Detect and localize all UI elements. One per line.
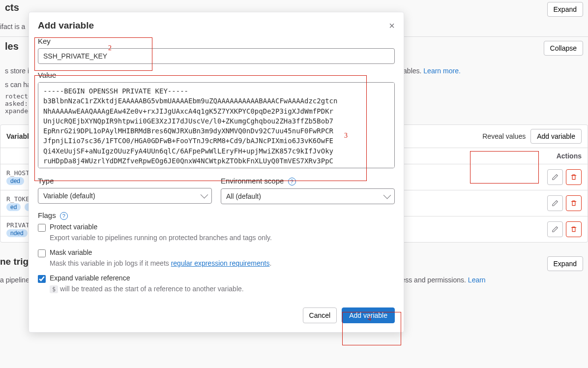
add-variable-modal: Add variable × Key Value Type Variable (… (29, 12, 404, 333)
mask-regex-link[interactable]: regular expression requirements (171, 259, 270, 267)
env-scope-label: Environment scope ? (221, 177, 395, 185)
key-input[interactable] (38, 48, 395, 64)
type-select[interactable]: Variable (default) (38, 188, 212, 204)
mask-checkbox[interactable] (38, 249, 46, 257)
protect-label: Protect variable (50, 223, 97, 231)
expand-desc-text: will be treated as the start of a refere… (58, 285, 243, 293)
env-scope-label-text: Environment scope (221, 177, 284, 185)
cancel-button[interactable]: Cancel (303, 307, 337, 323)
help-icon[interactable]: ? (60, 212, 68, 220)
value-label: Value (38, 71, 395, 79)
close-icon: × (389, 20, 395, 31)
type-label: Type (38, 177, 212, 185)
submit-add-variable-button[interactable]: Add variable (342, 307, 395, 323)
key-label: Key (38, 37, 395, 45)
dollar-code: $ (50, 285, 58, 293)
modal-title: Add variable (38, 20, 94, 31)
env-scope-select[interactable]: All (default) (221, 188, 395, 204)
flags-label-text: Flags (38, 211, 56, 219)
expand-label: Expand variable reference (50, 274, 130, 282)
expand-checkbox[interactable] (38, 275, 46, 283)
value-textarea[interactable] (38, 82, 395, 168)
help-icon[interactable]: ? (288, 178, 296, 185)
mask-desc: Mask this variable in job logs if it mee… (50, 259, 395, 267)
protect-desc: Export variable to pipelines running on … (50, 234, 395, 242)
protect-checkbox[interactable] (38, 224, 46, 232)
mask-desc-prefix: Mask this variable in job logs if it mee… (50, 259, 171, 267)
expand-desc: $ will be treated as the start of a refe… (50, 285, 395, 293)
close-button[interactable]: × (389, 21, 395, 31)
mask-label: Mask variable (50, 248, 92, 256)
flags-label: Flags ? (38, 211, 395, 220)
